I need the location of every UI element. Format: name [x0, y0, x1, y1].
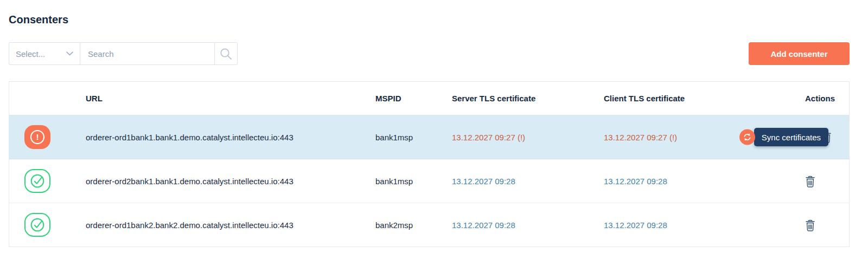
- filter-select[interactable]: Select...: [9, 43, 80, 64]
- column-header-server-tls: Server TLS certificate: [452, 94, 604, 103]
- column-header-client-tls: Client TLS certificate: [604, 94, 756, 103]
- table-row[interactable]: orderer-ord1bank2.bank2.demo.catalyst.in…: [9, 203, 849, 247]
- search-input[interactable]: [80, 43, 214, 64]
- trash-icon: [805, 175, 815, 187]
- column-header-url: URL: [86, 94, 375, 103]
- server-tls-cert-link[interactable]: 13.12.2027 09:27 (!): [452, 133, 604, 142]
- status-cell: [9, 169, 86, 193]
- table-header-row: URL MSPID Server TLS certificate Client …: [9, 82, 849, 115]
- check-circle-icon: [24, 169, 50, 193]
- check-circle-icon: [24, 213, 50, 237]
- search-icon: [219, 47, 233, 61]
- add-consenter-button[interactable]: Add consenter: [749, 42, 850, 65]
- status-cell: !: [9, 125, 86, 149]
- server-tls-cert-link[interactable]: 13.12.2027 09:28: [452, 177, 604, 186]
- table-row[interactable]: ! orderer-ord1bank1.bank1.demo.catalyst.…: [9, 115, 849, 159]
- toolbar: Select... Add consenter: [9, 42, 850, 65]
- filter-group: Select...: [9, 42, 238, 65]
- client-tls-cert-link[interactable]: 13.12.2027 09:27 (!): [604, 133, 756, 142]
- filter-select-placeholder: Select...: [16, 49, 45, 59]
- url-cell: orderer-ord1bank2.bank2.demo.catalyst.in…: [86, 221, 375, 230]
- sync-icon: [742, 132, 752, 143]
- client-tls-cert-link[interactable]: 13.12.2027 09:28: [604, 221, 756, 230]
- chevron-down-icon: [66, 51, 73, 56]
- alert-circle-icon: !: [24, 125, 50, 149]
- consenters-table: URL MSPID Server TLS certificate Client …: [9, 81, 850, 247]
- column-header-mspid: MSPID: [375, 94, 452, 103]
- mspid-cell: bank1msp: [375, 133, 452, 142]
- sync-certificates-tooltip: Sync certificates: [754, 128, 828, 146]
- delete-consenter-button[interactable]: [805, 219, 815, 231]
- page-title: Consenters: [9, 14, 68, 26]
- column-header-actions: Actions: [756, 94, 849, 103]
- mspid-cell: bank1msp: [375, 177, 452, 186]
- client-tls-cert-link[interactable]: 13.12.2027 09:28: [604, 177, 756, 186]
- search-button[interactable]: [214, 43, 237, 64]
- mspid-cell: bank2msp: [375, 221, 452, 230]
- actions-cell: [756, 175, 849, 187]
- url-cell: orderer-ord1bank1.bank1.demo.catalyst.in…: [86, 133, 375, 142]
- status-cell: [9, 213, 86, 237]
- url-cell: orderer-ord2bank1.bank1.demo.catalyst.in…: [86, 177, 375, 186]
- actions-cell: [756, 219, 849, 231]
- sync-certificates-button[interactable]: [739, 129, 755, 145]
- trash-icon: [805, 219, 815, 231]
- server-tls-cert-link[interactable]: 13.12.2027 09:28: [452, 221, 604, 230]
- delete-consenter-button[interactable]: [805, 175, 815, 187]
- table-row[interactable]: orderer-ord2bank1.bank1.demo.catalyst.in…: [9, 159, 849, 203]
